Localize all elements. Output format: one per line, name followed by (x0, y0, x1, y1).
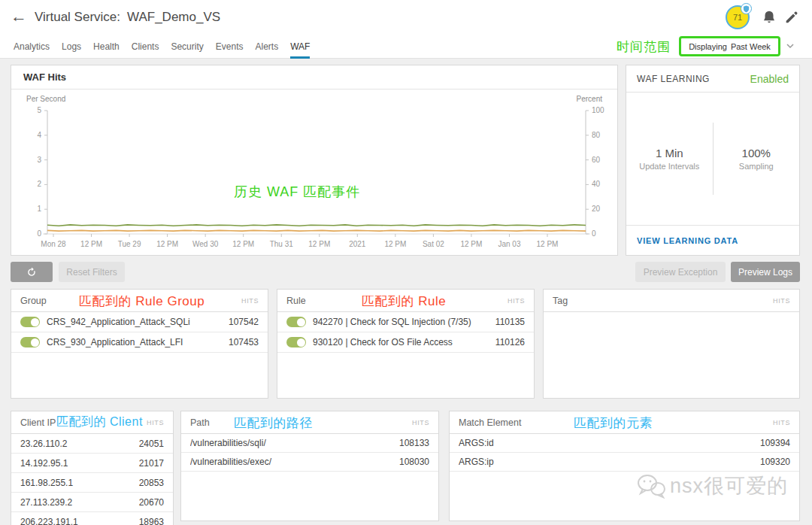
shield-icon (741, 3, 752, 14)
svg-text:20: 20 (592, 205, 601, 213)
refresh-button[interactable] (11, 262, 53, 282)
waf-dashboard: ← Virtual Service:WAF_Demo_VS 71 Analyti… (0, 0, 812, 525)
match-element-row[interactable]: ARGS:id 109394 (450, 434, 799, 453)
match-element-panel: Match Element HITS ARGS:id 109394 ARGS:i… (449, 411, 800, 521)
hits-column-header: HITS (773, 419, 790, 426)
match-element-panel-title: Match Element (459, 417, 521, 428)
rule-group-name: CRS_942_Application_Attack_SQLi (47, 317, 223, 327)
rule-group-row[interactable]: CRS_942_Application_Attack_SQLi 107542 (11, 312, 268, 332)
client-ip-row[interactable]: 27.113.239.2 20670 (11, 493, 173, 512)
match-element-panel-header: Match Element HITS (450, 411, 799, 434)
watermark-text: nsx很可爱的 (670, 472, 788, 499)
waf-learning-card: WAF LEARNING Enabled 1 Min Update Interv… (626, 65, 800, 256)
back-arrow-icon[interactable]: ← (11, 7, 27, 26)
client-ip-hits: 18963 (139, 517, 164, 525)
client-ip: 161.98.255.1 (20, 478, 133, 488)
toggle-on-switch[interactable] (20, 317, 40, 327)
waf-hits-card-header: WAF Hits (11, 65, 617, 90)
rule-name: 942270 | Check for SQL Injection (7/35) (313, 317, 489, 327)
client-ip-row[interactable]: 14.192.95.1 21017 (11, 454, 173, 473)
waf-learning-status: Enabled (750, 73, 789, 85)
rule-panel-rows: 942270 | Check for SQL Injection (7/35) … (277, 312, 534, 353)
sampling-label: Sampling (714, 162, 800, 171)
toggle-knob (31, 338, 39, 347)
waf-hits-card: WAF Hits Per SecondPercent54321010080604… (11, 65, 618, 256)
path-row[interactable]: /vulnerabilities/exec/ 108030 (181, 453, 438, 472)
tab-health[interactable]: Health (93, 35, 120, 59)
svg-text:Wed 30: Wed 30 (192, 240, 219, 248)
preview-logs-button[interactable]: Preview Logs (731, 262, 800, 282)
svg-text:Per Second: Per Second (26, 95, 65, 103)
tab-clients[interactable]: Clients (132, 35, 159, 59)
waf-learning-body: 1 Min Update Intervals 100% Sampling (626, 93, 799, 225)
virtual-service-name: WAF_Demo_VS (127, 10, 220, 24)
chevron-down-icon[interactable] (785, 41, 795, 51)
client-ip-row[interactable]: 23.26.110.2 24051 (11, 434, 173, 454)
client-ip-panel-header: Client IP HITS (11, 411, 173, 434)
reset-filters-button[interactable]: Reset Filters (59, 262, 125, 282)
svg-text:12 PM: 12 PM (308, 240, 330, 248)
match-element-panel-rows: ARGS:id 109394 ARGS:ip 109320 (450, 434, 799, 472)
rule-hits: 110135 (495, 317, 525, 327)
path-row[interactable]: /vulnerabilities/sqli/ 108133 (181, 434, 438, 453)
view-learning-data-link[interactable]: VIEW LEARNING DATA (637, 236, 738, 245)
svg-text:Jan 03: Jan 03 (498, 240, 520, 248)
svg-text:1: 1 (37, 205, 41, 213)
tab-security[interactable]: Security (171, 35, 203, 59)
path-panel-header: Path HITS (181, 411, 438, 434)
toggle-on-switch[interactable] (20, 337, 40, 347)
client-ip-hits: 20670 (139, 497, 164, 508)
preview-exception-button[interactable]: Preview Exception (635, 262, 726, 282)
waf-learning-header: WAF LEARNING Enabled (626, 65, 799, 93)
svg-text:12 PM: 12 PM (156, 240, 178, 248)
tab-waf[interactable]: WAF (290, 35, 310, 59)
health-score-value: 71 (733, 13, 742, 22)
hits-column-header: HITS (241, 297, 259, 305)
edit-pencil-icon[interactable] (783, 9, 800, 26)
rule-row[interactable]: 942270 | Check for SQL Injection (7/35) … (277, 312, 534, 332)
svg-text:12 PM: 12 PM (384, 240, 406, 248)
svg-text:4: 4 (37, 131, 41, 139)
chart-annotation: 历史 WAF 匹配事件 (234, 183, 360, 201)
hits-column-header: HITS (412, 419, 429, 426)
client-ip: 14.192.95.1 (20, 458, 133, 469)
client-ip-row[interactable]: 206.223.191.1 18963 (11, 512, 173, 525)
tab-alerts[interactable]: Alerts (255, 35, 278, 59)
svg-text:100: 100 (592, 106, 604, 114)
svg-text:12 PM: 12 PM (537, 240, 559, 248)
toggle-on-switch[interactable] (286, 337, 306, 347)
client-ip-panel: Client IP HITS 23.26.110.2 24051 14.192.… (11, 411, 174, 525)
match-element-row[interactable]: ARGS:ip 109320 (450, 453, 799, 472)
page-title-label: Virtual Service: (35, 10, 120, 24)
rule-name: 930120 | Check for OS File Access (313, 337, 489, 347)
waf-hits-chart[interactable]: Per SecondPercent543210100806040200Mon 2… (11, 90, 617, 255)
rule-row[interactable]: 930120 | Check for OS File Access 110126 (277, 332, 534, 353)
health-score-badge[interactable]: 71 (726, 5, 750, 29)
match-element-value: ARGS:ip (459, 457, 754, 467)
client-ip-row[interactable]: 161.98.255.1 20853 (11, 473, 173, 493)
refresh-icon (26, 267, 37, 278)
bell-icon[interactable] (761, 9, 777, 26)
tab-analytics[interactable]: Analytics (14, 35, 50, 59)
toggle-knob (297, 318, 305, 326)
tab-events[interactable]: Events (216, 35, 244, 59)
svg-text:3: 3 (37, 156, 41, 164)
update-intervals-stat: 1 Min Update Intervals (626, 147, 713, 171)
toggle-on-switch[interactable] (286, 317, 306, 327)
svg-text:12 PM: 12 PM (460, 240, 482, 248)
hits-column-header: HITS (773, 297, 790, 305)
svg-text:Mon 28: Mon 28 (41, 240, 66, 248)
rule-group-row[interactable]: CRS_930_Application_Attack_LFI 107453 (11, 332, 268, 353)
path-panel-rows: /vulnerabilities/sqli/ 108133 /vulnerabi… (181, 434, 438, 472)
tab-logs[interactable]: Logs (62, 35, 81, 59)
toggle-knob (297, 338, 305, 347)
app-header: ← Virtual Service:WAF_Demo_VS 71 (0, 0, 812, 35)
client-ip-hits: 21017 (139, 458, 164, 469)
time-range-dropdown[interactable]: Displaying Past Week (679, 36, 780, 56)
tag-panel-header: Tag HITS (544, 290, 799, 312)
svg-text:40: 40 (592, 180, 601, 188)
rule-group-hits: 107542 (229, 317, 259, 327)
path-panel: Path HITS /vulnerabilities/sqli/ 108133 … (180, 411, 439, 521)
client-ip-panel-title: Client IP (20, 417, 56, 428)
watermark: nsx很可爱的 (635, 472, 788, 499)
